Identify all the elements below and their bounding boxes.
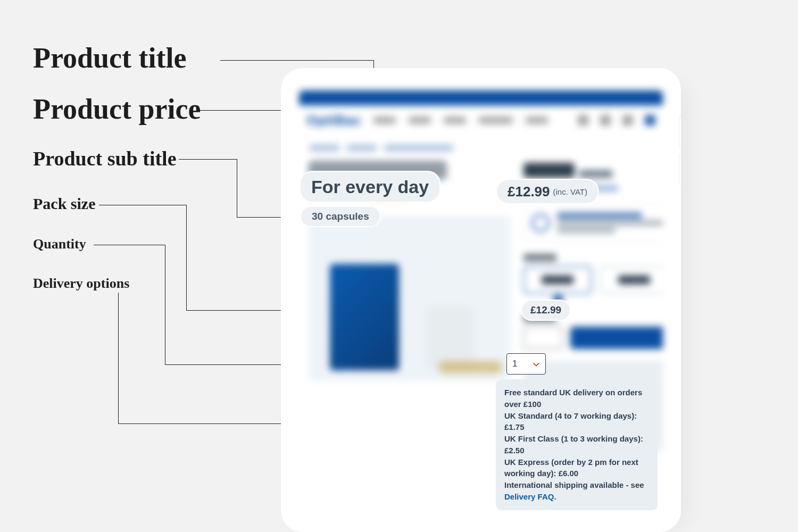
delivery-intl-text: International shipping available - see <box>504 480 644 489</box>
price-row <box>523 163 663 178</box>
nav-item[interactable] <box>478 117 513 124</box>
annotation-subtitle: Product sub title <box>33 147 177 170</box>
product-main-column <box>309 161 511 451</box>
quantity-section <box>523 315 663 349</box>
quantity-select-placeholder[interactable] <box>523 327 563 349</box>
pack-size-label <box>523 254 556 261</box>
search-icon[interactable] <box>578 115 588 126</box>
chevron-down-icon <box>533 360 540 368</box>
annotation-pack-size: Pack size <box>33 195 95 213</box>
product-image <box>309 216 511 381</box>
price-placeholder <box>523 163 575 178</box>
product-subtitle: 30 capsules <box>301 207 380 226</box>
nav-item[interactable] <box>408 117 431 124</box>
connector <box>94 245 165 245</box>
account-icon[interactable] <box>622 115 633 126</box>
annotation-product-price: Product price <box>33 93 201 126</box>
connector <box>99 205 186 205</box>
tablet-side-button <box>679 153 681 185</box>
locale-icon[interactable] <box>645 115 655 126</box>
connector <box>118 293 119 423</box>
breadcrumb <box>310 145 653 151</box>
delivery-line: UK First Class (1 to 3 working days): £2… <box>504 433 649 456</box>
annotation-delivery: Delivery options <box>33 276 129 292</box>
connector <box>220 60 373 61</box>
add-to-basket-button[interactable] <box>570 327 663 349</box>
tablet-side-button <box>679 116 681 148</box>
pack-size-section <box>523 254 663 294</box>
product-title: For every day <box>301 172 439 202</box>
pack-option-2[interactable] <box>600 266 663 294</box>
product-price: £12.99 (inc. VAT) <box>497 180 598 203</box>
connector <box>179 159 237 160</box>
connector <box>237 159 237 217</box>
brand-logo: OptiBac <box>306 112 361 129</box>
diagram-stage: { "annotations": { "title": "Product tit… <box>0 0 798 532</box>
promo-topbar <box>299 90 663 105</box>
quantity-value: 1 <box>512 359 517 369</box>
nav-item[interactable] <box>525 117 548 124</box>
refresh-icon <box>531 214 550 232</box>
delivery-line: International shipping available - see D… <box>504 479 649 503</box>
nav-item[interactable] <box>373 117 396 124</box>
pack-option-1[interactable] <box>523 266 592 294</box>
site-navbar: OptiBac <box>299 105 663 135</box>
price-note: (inc. VAT) <box>553 187 587 196</box>
price-value: £12.99 <box>508 184 550 200</box>
annotation-quantity: Quantity <box>33 236 86 252</box>
quantity-select[interactable]: 1 <box>506 353 546 375</box>
delivery-faq-link[interactable]: Delivery FAQ. <box>504 492 556 501</box>
connector <box>165 245 165 364</box>
delivery-options-card: Free standard UK delivery on orders over… <box>496 379 658 510</box>
nav-item[interactable] <box>443 117 467 124</box>
product-box-graphic <box>330 264 399 370</box>
product-capsules-graphic <box>438 361 502 373</box>
subscription-card[interactable] <box>523 203 663 243</box>
cart-icon[interactable] <box>600 115 611 126</box>
delivery-line: UK Standard (4 to 7 working days): £1.75 <box>504 410 649 434</box>
pack-price-selected: £12.99 <box>522 301 570 320</box>
delivery-line: Free standard UK delivery on orders over… <box>504 387 649 410</box>
annotation-product-title: Product title <box>33 41 186 74</box>
connector <box>186 205 187 310</box>
delivery-line: UK Express (order by 2 pm for next worki… <box>504 456 649 480</box>
price-note-placeholder <box>579 170 613 178</box>
